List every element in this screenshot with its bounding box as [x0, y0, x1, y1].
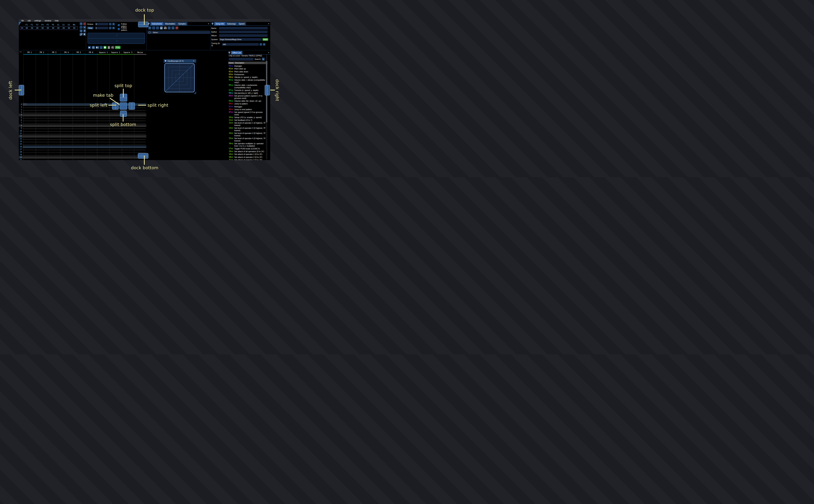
pattern-cell[interactable]	[35, 135, 47, 137]
split-bottom-target[interactable]	[120, 111, 127, 117]
pattern-cell[interactable]	[60, 114, 72, 116]
pattern-cell[interactable]	[35, 116, 47, 119]
down-button[interactable]: ↓	[171, 26, 174, 29]
pattern-cell[interactable]	[84, 132, 96, 135]
split-right-target[interactable]	[128, 102, 135, 110]
pattern-cell[interactable]	[47, 122, 60, 124]
tab-song-info[interactable]: Song Info	[214, 22, 225, 25]
pattern-cell[interactable]	[84, 140, 96, 143]
pattern-row-15[interactable]: 15	[19, 143, 146, 145]
pattern-cell[interactable]	[133, 106, 146, 108]
close-icon[interactable]: ×	[267, 51, 270, 54]
pattern-cell[interactable]	[23, 143, 35, 145]
up-button[interactable]: ↑	[167, 26, 171, 29]
pattern-cell[interactable]	[35, 140, 47, 143]
effect-search-input[interactable]	[229, 58, 253, 61]
tab-instruments[interactable]: Instruments	[150, 22, 163, 25]
pattern-cell[interactable]	[47, 132, 60, 135]
pattern-cell[interactable]	[133, 148, 146, 151]
pattern-cell[interactable]	[23, 116, 35, 119]
pattern-cell[interactable]	[109, 138, 121, 140]
pattern-cell[interactable]	[35, 106, 47, 108]
pattern-cell[interactable]	[72, 111, 84, 114]
pattern-cell[interactable]	[133, 143, 146, 145]
pattern-cell[interactable]	[47, 153, 60, 156]
pattern-cell[interactable]	[72, 159, 84, 160]
pattern-cell[interactable]	[23, 114, 35, 116]
effect-row-19xx[interactable]: 19xxSet attack of all operators (0 to 1F…	[228, 150, 266, 153]
pattern-cell[interactable]	[72, 119, 84, 122]
pattern-cell[interactable]	[72, 151, 84, 153]
pattern-cell[interactable]	[60, 111, 72, 114]
effect-row-10xy[interactable]: 10xySetup LFO (x: enable; y: speed)	[228, 116, 266, 119]
duplicate-button[interactable]	[80, 26, 83, 29]
effect-row-09xx[interactable]: 09xxSet groove pattern (speed 1 if no gr…	[228, 95, 266, 100]
pattern-row-20[interactable]: 20	[19, 156, 146, 159]
pattern-cell[interactable]	[72, 153, 84, 156]
close-icon[interactable]: ×	[207, 22, 210, 25]
pattern-cell[interactable]	[35, 132, 47, 135]
menu-help[interactable]: help	[53, 20, 60, 22]
order-cell[interactable]: 00	[50, 27, 56, 29]
close-icon[interactable]: ×	[267, 22, 270, 25]
pattern-cell[interactable]	[47, 116, 60, 119]
effect-row-04xy[interactable]: 04xyVibrato (x: speed; y: depth)	[228, 76, 266, 79]
pattern-cell[interactable]	[96, 151, 109, 153]
order-row[interactable]: 0000000000000000000000	[20, 26, 78, 30]
pattern-cell[interactable]	[84, 127, 96, 130]
pattern-cell[interactable]	[35, 159, 47, 160]
pattern-cell[interactable]	[23, 106, 35, 108]
pattern-cell[interactable]	[47, 124, 60, 127]
pattern-cell[interactable]	[121, 132, 133, 135]
pattern-cell[interactable]	[96, 138, 109, 140]
pattern-cell[interactable]	[60, 135, 72, 137]
pattern-cell[interactable]	[84, 114, 96, 116]
pattern-corner[interactable]: ++	[20, 51, 22, 53]
pattern-cell[interactable]	[35, 119, 47, 122]
pattern-cell[interactable]	[72, 156, 84, 159]
pattern-cell[interactable]	[84, 122, 96, 124]
effect-row-11xx[interactable]: 11xxSet feedback (0 to 7)	[228, 119, 266, 122]
order-cell[interactable]: 00	[71, 27, 77, 29]
pattern-cell[interactable]	[109, 156, 121, 159]
effect-row-08xy[interactable]: 08xySet panning (x: left; y: right)	[228, 92, 266, 95]
pattern-cell[interactable]	[60, 143, 72, 145]
pattern-cell[interactable]	[72, 138, 84, 140]
menu-edit[interactable]: edit	[26, 20, 32, 22]
pattern-cell[interactable]	[133, 159, 146, 160]
channel-header-noise[interactable]: Noise	[134, 51, 146, 55]
play-pattern-button[interactable]	[92, 46, 95, 49]
pattern-cell[interactable]	[84, 153, 96, 156]
pattern-cell[interactable]	[121, 135, 133, 137]
pattern-cell[interactable]	[96, 159, 109, 160]
pattern-cell[interactable]	[23, 130, 35, 132]
order-cell[interactable]: 00	[61, 27, 66, 29]
pattern-cell[interactable]	[96, 140, 109, 143]
pattern-cell[interactable]	[133, 116, 146, 119]
effect-row-12xx[interactable]: 12xxSet level of operator 1 (0 highest, …	[228, 122, 266, 127]
author-input[interactable]	[219, 31, 268, 33]
pattern-cell[interactable]	[84, 148, 96, 151]
effect-row-1Cxx[interactable]: 1CxxSet attack of operator 3 (0 to 1F)	[228, 159, 266, 160]
pattern-cell[interactable]	[60, 140, 72, 143]
step-button[interactable]: Step	[87, 27, 93, 29]
pattern-cell[interactable]	[35, 103, 47, 106]
pattern-cell[interactable]	[109, 127, 121, 130]
effect-row-13xx[interactable]: 13xxSet level of operator 2 (0 highest, …	[228, 127, 266, 132]
pattern-cell[interactable]	[133, 132, 146, 135]
pattern-cell[interactable]	[35, 122, 47, 124]
channel-header-square-2[interactable]: Square 2	[109, 51, 122, 55]
tab-speed[interactable]: Speed	[237, 22, 246, 25]
pattern-cell[interactable]	[72, 127, 84, 130]
pattern-cell[interactable]	[47, 146, 60, 148]
remove-button[interactable]: −	[83, 22, 86, 25]
pattern-cell[interactable]	[60, 109, 72, 111]
pattern-cell[interactable]	[47, 106, 60, 108]
pattern-cell[interactable]	[35, 138, 47, 140]
order-cell[interactable]: 00	[40, 27, 45, 29]
pattern-cell[interactable]	[35, 114, 47, 116]
play-button[interactable]: ▶	[88, 46, 91, 49]
pattern-cell[interactable]	[72, 130, 84, 132]
pattern-cell[interactable]	[84, 124, 96, 127]
pattern-cell[interactable]	[47, 140, 60, 143]
